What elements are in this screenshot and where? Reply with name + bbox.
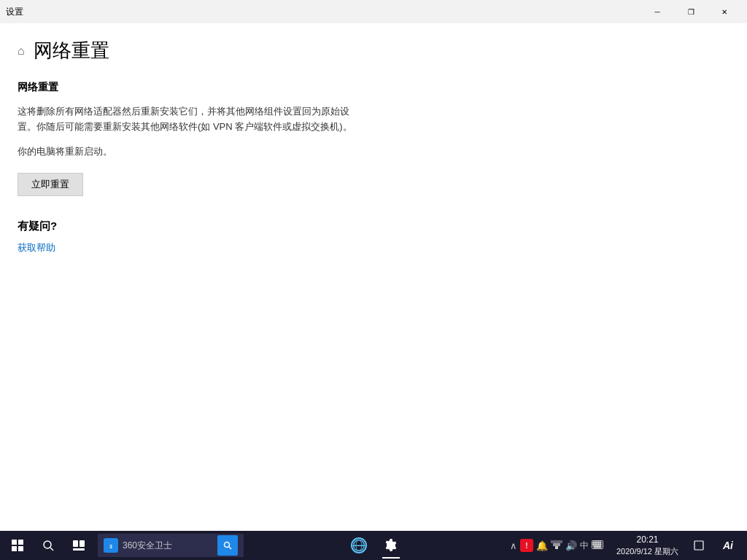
page-title: 网络重置 (34, 38, 109, 63)
svg-line-5 (50, 548, 53, 551)
svg-point-4 (44, 541, 51, 548)
svg-rect-28 (594, 546, 601, 548)
taskbar: 3 360安全卫士 (0, 531, 747, 560)
taskbar-right: ∧ ! 🔔 🔊 中 (506, 531, 747, 560)
pinned-browser-app[interactable] (343, 531, 375, 560)
search-button[interactable] (34, 531, 63, 560)
task-view-button[interactable] (64, 531, 93, 560)
svg-rect-22 (597, 542, 599, 543)
tray-keyboard-icon[interactable] (592, 540, 603, 551)
svg-rect-21 (595, 542, 597, 543)
svg-line-12 (229, 547, 231, 549)
notification-button[interactable] (687, 531, 711, 560)
svg-rect-17 (553, 543, 560, 546)
svg-text:3: 3 (109, 544, 112, 549)
start-button[interactable] (3, 531, 32, 560)
question-title: 有疑问? (18, 219, 729, 233)
svg-rect-25 (595, 544, 597, 545)
reset-now-button[interactable]: 立即重置 (18, 173, 83, 196)
svg-point-11 (225, 542, 230, 548)
restore-button[interactable]: ❐ (674, 0, 708, 23)
main-content: ⌂ 网络重置 网络重置 这将删除所有网络适配器然后重新安装它们，并将其他网络组件… (0, 23, 747, 531)
svg-point-14 (355, 540, 361, 551)
system-tray: ∧ ! 🔔 🔊 中 (506, 539, 608, 553)
close-button[interactable]: ✕ (708, 0, 741, 23)
tray-antivirus-icon[interactable]: ! (520, 539, 533, 552)
help-link[interactable]: 获取帮助 (18, 242, 55, 253)
svg-rect-20 (593, 542, 595, 543)
search-submit-button[interactable] (217, 535, 238, 556)
tray-expand-icon[interactable]: ∧ (510, 540, 517, 551)
svg-rect-0 (12, 540, 17, 545)
section-description: 这将删除所有网络适配器然后重新安装它们，并将其他网络组件设置回为原始设置。你随后… (18, 104, 368, 135)
svg-rect-24 (593, 544, 595, 545)
svg-rect-26 (597, 544, 599, 545)
ai-badge[interactable]: Ai (712, 531, 744, 560)
clock-area[interactable]: 20:21 2020/9/12 星期六 (609, 534, 686, 556)
clock-time: 20:21 (636, 534, 658, 546)
svg-rect-23 (600, 542, 601, 543)
clock-date: 2020/9/12 星期六 (616, 546, 678, 556)
taskbar-search-bar[interactable]: 3 360安全卫士 (98, 534, 244, 557)
minimize-button[interactable]: ─ (640, 0, 674, 23)
svg-rect-8 (73, 548, 85, 551)
section-note: 你的电脑将重新启动。 (18, 145, 729, 158)
breadcrumb-header: ⌂ 网络重置 (18, 38, 729, 63)
tray-volume-icon[interactable]: 🔊 (565, 540, 577, 551)
section-title: 网络重置 (18, 81, 729, 94)
svg-rect-2 (12, 546, 17, 551)
svg-rect-16 (555, 546, 558, 549)
svg-rect-3 (18, 546, 23, 551)
title-bar: 设置 ─ ❐ ✕ (0, 0, 747, 23)
title-bar-title: 设置 (6, 6, 23, 18)
tray-bell-icon[interactable]: 🔔 (536, 540, 548, 551)
svg-rect-27 (600, 544, 601, 545)
title-bar-controls: ─ ❐ ✕ (640, 0, 741, 23)
svg-rect-7 (80, 540, 85, 547)
taskbar-pinned-apps (343, 531, 407, 560)
svg-rect-1 (18, 540, 23, 545)
svg-rect-29 (694, 541, 703, 550)
globe-icon (351, 537, 367, 553)
svg-rect-6 (73, 540, 78, 547)
tray-lang-text[interactable]: 中 (580, 540, 589, 552)
pinned-settings-app[interactable] (375, 531, 407, 560)
tray-network-icon[interactable] (551, 539, 562, 553)
svg-point-13 (353, 540, 364, 551)
title-bar-left: 设置 (6, 6, 23, 18)
360-icon: 3 (104, 538, 118, 553)
search-bar-text: 360安全卫士 (123, 540, 213, 552)
svg-rect-18 (551, 540, 562, 543)
taskbar-left: 3 360安全卫士 (0, 531, 244, 560)
home-icon[interactable]: ⌂ (18, 44, 25, 58)
